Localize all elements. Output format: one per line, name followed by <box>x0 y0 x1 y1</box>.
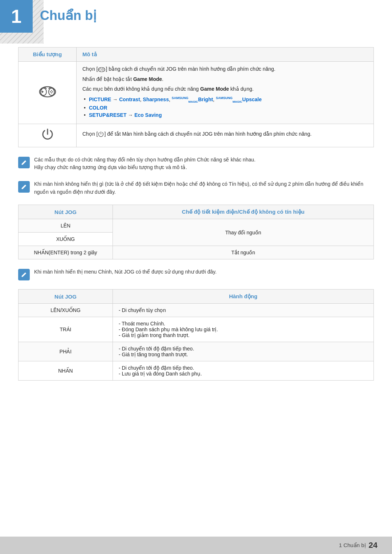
gamepad-desc-para3: Các mục bên dưới không khả dụng nếu chức… <box>82 85 368 93</box>
action-row4-val: - Di chuyển tới độ đậm tiếp theo. - Lưu … <box>113 361 374 381</box>
jog-mode-table: Nút JOG Chế độ tiết kiệm điện/Chế độ khô… <box>18 205 374 259</box>
footer-page-number: 24 <box>369 541 377 550</box>
jog-row3-action: Tắt nguồn <box>113 246 374 259</box>
svg-point-6 <box>51 92 52 93</box>
game-mode-bold2: Game Mode <box>200 86 229 92</box>
note3-icon <box>18 269 30 280</box>
table2-header-jog: Nút JOG <box>19 205 113 219</box>
arrow1: → <box>113 97 119 102</box>
table3-header-action: Hành động <box>113 290 374 304</box>
chapter-number-block: 1 <box>0 0 33 33</box>
jog-row2-key: XUỐNG <box>19 233 113 246</box>
action-row3-key: PHẢI <box>19 342 113 361</box>
svg-point-15 <box>103 70 104 70</box>
sharpness-label: Sharpness <box>143 97 169 102</box>
action-row1-val: - Di chuyển tùy chọn <box>113 304 374 317</box>
svg-point-7 <box>50 91 51 92</box>
note1-text: Các mẫu thực do có chức năng thay đổi nê… <box>34 156 256 172</box>
picture-label: PICTURE <box>89 97 111 102</box>
table-row: NHẤN - Di chuyển tới độ đậm tiếp theo. -… <box>19 361 374 381</box>
table2-section: Nút JOG Chế độ tiết kiệm điện/Chế độ khô… <box>18 205 374 259</box>
note2-block: Khi màn hình không hiển thị gì (tức là ở… <box>18 180 374 196</box>
note3-text: Khi màn hình hiển thị menu Chính, Nút JO… <box>34 268 217 276</box>
table-row: LÊN/XUỐNG - Di chuyển tùy chọn <box>19 304 374 317</box>
main-content: Biểu tượng Mô tả <box>18 47 374 389</box>
table1-header-desc: Mô tả <box>77 48 374 62</box>
gamepad-desc-para1: Chọn [] bằng cách di chuyển nút JOG trên… <box>82 65 368 73</box>
gamepad-desc-cell: Chọn [] bằng cách di chuyển nút JOG trên… <box>77 62 374 124</box>
table-row: Chọn [] để tắt Màn hình bằng cách di chu… <box>19 124 374 147</box>
eco-saving-label: Eco Saving <box>134 112 162 118</box>
arrow2: → <box>128 112 134 118</box>
power-icon-cell <box>19 124 77 147</box>
note2-line1: Khi màn hình không hiển thị gì (tức là ở… <box>34 181 363 195</box>
svg-point-14 <box>103 69 104 69</box>
note1-icon <box>18 157 30 168</box>
action-row3-val: - Di chuyển tới độ đậm tiếp theo. - Giá … <box>113 342 374 361</box>
gamepad-icon <box>24 84 70 102</box>
power-desc-para1: Chọn [] để tắt Màn hình bằng cách di chu… <box>82 130 368 138</box>
magic-bright-label: SAMSUNGMAGICBright <box>172 97 213 102</box>
list-item-picture: PICTURE → Contrast, Sharpness, SAMSUNGMA… <box>82 95 368 104</box>
table-row: Chọn [] bằng cách di chuyển nút JOG trên… <box>19 62 374 124</box>
contrast-label: Contrast <box>119 97 140 102</box>
action-row1-key: LÊN/XUỐNG <box>19 304 113 317</box>
pencil-icon2 <box>21 184 27 190</box>
gamepad-desc-para2: Nhấn để bật hoặc tắt Game Mode. <box>82 75 368 83</box>
setup-label: SETUP&RESET <box>89 112 126 118</box>
chapter-number: 1 <box>11 7 22 26</box>
table-row: LÊN Thay đổi nguồn <box>19 219 374 233</box>
table3-header-jog: Nút JOG <box>19 290 113 304</box>
svg-point-8 <box>52 91 53 92</box>
table-row: TRÁI - Thoát menu Chính. - Đóng Danh sác… <box>19 317 374 342</box>
note2-icon <box>18 181 30 193</box>
note1-line2: Hãy chạy chức năng tương ứng dựa vào biể… <box>34 164 187 170</box>
gamepad-feature-list: PICTURE → Contrast, Sharpness, SAMSUNGMA… <box>82 95 368 118</box>
jog-row1-key: LÊN <box>19 219 113 233</box>
power-desc-cell: Chọn [] để tắt Màn hình bằng cách di chu… <box>77 124 374 147</box>
svg-point-16 <box>103 70 103 70</box>
jog-row3-key: NHẤN(ENTER) trong 2 giây <box>19 246 113 259</box>
pencil-icon3 <box>21 271 27 278</box>
action-row4-key: NHẤN <box>19 361 113 381</box>
list-item-color: COLOR <box>82 104 368 111</box>
jog-row1-action: Thay đổi nguồn <box>113 219 374 246</box>
table2-header-mode: Chế độ tiết kiệm điện/Chế độ không có tí… <box>113 205 374 219</box>
jog-action-table: Nút JOG Hành động LÊN/XUỐNG - Di chuyển … <box>18 289 374 381</box>
icon-description-table: Biểu tượng Mô tả <box>18 47 374 147</box>
footer-chapter-label: 1 Chuẩn bị <box>339 542 366 549</box>
table3-section: Nút JOG Hành động LÊN/XUỐNG - Di chuyển … <box>18 289 374 381</box>
footer: 1 Chuẩn bị 24 <box>0 537 392 554</box>
note1-line1: Các mẫu thực do có chức năng thay đổi nê… <box>34 157 256 163</box>
action-row2-key: TRÁI <box>19 317 113 342</box>
table-row: PHẢI - Di chuyển tới độ đậm tiếp theo. -… <box>19 342 374 361</box>
table1-header-icon: Biểu tượng <box>19 48 77 62</box>
svg-point-5 <box>51 90 52 91</box>
color-label: COLOR <box>89 105 107 111</box>
svg-point-17 <box>104 70 104 70</box>
table-row: NHẤN(ENTER) trong 2 giây Tắt nguồn <box>19 246 374 259</box>
power-icon <box>24 128 70 143</box>
magic-upscale-label: SAMSUNGMAGICUpscale <box>216 97 262 102</box>
pencil-icon <box>21 159 27 166</box>
note1-block: Các mẫu thực do có chức năng thay đổi nê… <box>18 156 374 172</box>
game-mode-bold: Game Mode <box>133 76 162 82</box>
gamepad-icon-cell <box>19 62 77 124</box>
table1-section: Biểu tượng Mô tả <box>18 47 374 147</box>
action-row2-val: - Thoát menu Chính. - Đóng Danh sách phụ… <box>113 317 374 342</box>
chapter-title: Chuẩn bị <box>40 8 97 23</box>
note3-block: Khi màn hình hiển thị menu Chính, Nút JO… <box>18 268 374 280</box>
note2-text: Khi màn hình không hiển thị gì (tức là ở… <box>34 180 374 196</box>
note3-line1: Khi màn hình hiển thị menu Chính, Nút JO… <box>34 269 217 275</box>
list-item-setup: SETUP&RESET → Eco Saving <box>82 111 368 119</box>
